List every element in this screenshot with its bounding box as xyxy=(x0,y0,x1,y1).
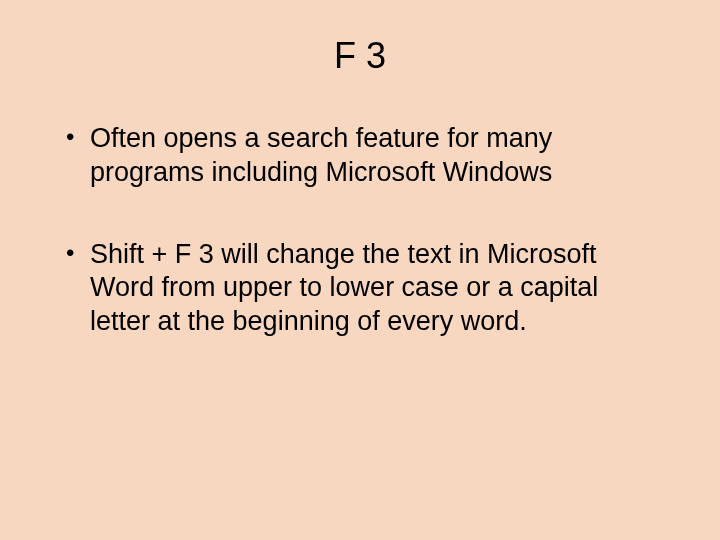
bullet-list: Often opens a search feature for many pr… xyxy=(60,122,660,339)
slide-title: F 3 xyxy=(60,35,660,77)
list-item: Shift + F 3 will change the text in Micr… xyxy=(60,238,660,339)
list-item: Often opens a search feature for many pr… xyxy=(60,122,660,190)
